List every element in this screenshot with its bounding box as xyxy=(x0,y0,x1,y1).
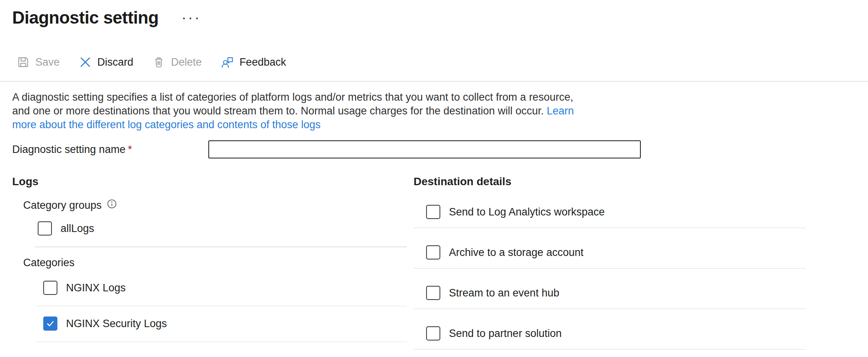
feedback-label: Feedback xyxy=(239,56,286,68)
partner-solution-label: Send to partner solution xyxy=(449,328,562,340)
logs-heading: Logs xyxy=(12,176,406,188)
checkbox-row-event-hub[interactable]: Stream to an event hub xyxy=(426,286,811,300)
save-label: Save xyxy=(35,56,60,68)
partner-solution-checkbox[interactable] xyxy=(426,326,440,340)
nginx-security-logs-checkbox[interactable] xyxy=(43,317,57,331)
nginx-logs-checkbox[interactable] xyxy=(43,281,57,295)
log-analytics-label: Send to Log Analytics workspace xyxy=(449,206,605,218)
required-asterisk: * xyxy=(128,144,132,155)
destination-details-section: Destination details Send to Log Analytic… xyxy=(414,176,811,350)
category-groups-label-row: Category groups xyxy=(23,199,406,212)
name-field-label: Diagnostic setting name* xyxy=(12,144,208,156)
learn-more-link-continued[interactable]: more about the different log categories … xyxy=(12,119,321,131)
alllogs-label: allLogs xyxy=(61,223,94,235)
log-analytics-checkbox[interactable] xyxy=(426,205,440,219)
content-columns: Logs Category groups allLogs Categories xyxy=(12,176,868,350)
save-button[interactable]: Save xyxy=(12,52,69,72)
page-title: Diagnostic setting xyxy=(12,8,158,27)
divider xyxy=(414,349,805,350)
discard-label: Discard xyxy=(97,56,134,68)
event-hub-label: Stream to an event hub xyxy=(449,287,559,299)
feedback-button[interactable]: Feedback xyxy=(211,52,296,72)
name-field-row: Diagnostic setting name* xyxy=(12,140,868,158)
description-line2: and one or more destinations that you wo… xyxy=(12,105,544,117)
delete-label: Delete xyxy=(171,56,202,68)
toolbar-divider xyxy=(0,81,868,82)
description: A diagnostic setting specifies a list of… xyxy=(12,90,868,132)
header: Diagnostic setting ··· xyxy=(12,6,868,30)
checkbox-row-alllogs[interactable]: allLogs xyxy=(38,221,406,236)
checkbox-row-storage-account[interactable]: Archive to a storage account xyxy=(426,245,811,259)
checkbox-row-log-analytics[interactable]: Send to Log Analytics workspace xyxy=(426,205,811,219)
storage-account-label: Archive to a storage account xyxy=(449,247,583,259)
nginx-security-logs-label: NGINX Security Logs xyxy=(66,318,167,330)
divider xyxy=(414,309,805,309)
trash-icon xyxy=(152,55,166,69)
destination-details-heading: Destination details xyxy=(414,176,811,188)
checkbox-row-nginx-security-logs[interactable]: NGINX Security Logs xyxy=(43,317,406,331)
diagnostic-setting-name-input[interactable] xyxy=(208,140,641,158)
divider xyxy=(35,306,407,306)
divider xyxy=(35,342,407,342)
diagnostic-setting-blade: Diagnostic setting ··· Save Discard xyxy=(0,0,868,350)
description-line1: A diagnostic setting specifies a list of… xyxy=(12,91,573,103)
learn-more-link[interactable]: Learn xyxy=(547,105,574,117)
storage-account-checkbox[interactable] xyxy=(426,245,440,259)
checkbox-row-nginx-logs[interactable]: NGINX Logs xyxy=(43,281,406,295)
alllogs-checkbox[interactable] xyxy=(38,221,52,236)
delete-button[interactable]: Delete xyxy=(143,52,211,72)
nginx-logs-label: NGINX Logs xyxy=(66,282,126,294)
divider xyxy=(414,268,805,269)
event-hub-checkbox[interactable] xyxy=(426,286,440,300)
discard-button[interactable]: Discard xyxy=(69,52,143,72)
save-icon xyxy=(17,55,30,69)
divider xyxy=(35,247,407,247)
feedback-icon xyxy=(221,55,234,69)
more-options-icon[interactable]: ··· xyxy=(181,14,201,22)
discard-x-icon xyxy=(79,55,92,69)
info-icon[interactable] xyxy=(107,199,117,212)
checkbox-row-partner-solution[interactable]: Send to partner solution xyxy=(426,326,811,340)
logs-section: Logs Category groups allLogs Categories xyxy=(12,176,406,350)
categories-label: Categories xyxy=(23,257,406,269)
divider xyxy=(414,228,805,228)
command-bar: Save Discard Delete xyxy=(12,52,868,72)
